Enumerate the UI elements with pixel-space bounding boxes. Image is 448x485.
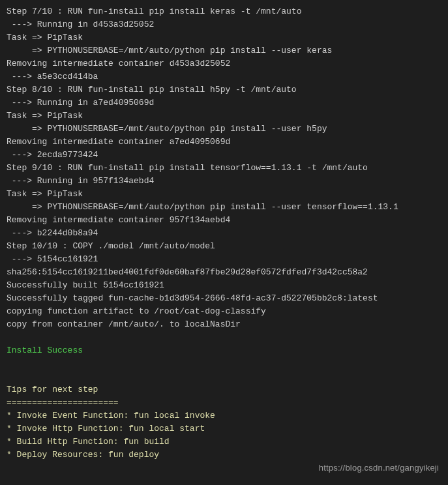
terminal-line: ---> Running in d453a3d25052 — [7, 18, 441, 31]
terminal-line: => PYTHONUSERBASE=/mnt/auto/python pip i… — [7, 44, 441, 57]
terminal-line: sha256:5154cc1619211bed4001fdf0de60baf87… — [7, 266, 441, 279]
terminal-line — [7, 331, 441, 344]
terminal-line: => PYTHONUSERBASE=/mnt/auto/python pip i… — [7, 201, 441, 214]
terminal-line: ====================== — [7, 396, 441, 409]
terminal-line: Install Success — [7, 344, 441, 357]
watermark-text: https://blog.csdn.net/gangyikeji — [319, 462, 439, 475]
terminal-line: ---> b2244d0b8a94 — [7, 227, 441, 240]
terminal-line: Tips for next step — [7, 383, 441, 396]
terminal-line: * Build Http Function: fun build — [7, 435, 441, 448]
terminal-line: ---> a5e3ccd414ba — [7, 70, 441, 83]
terminal-line: * Deploy Resources: fun deploy — [7, 448, 441, 462]
terminal-line: => PYTHONUSERBASE=/mnt/auto/python pip i… — [7, 123, 441, 136]
terminal-line: ---> Running in a7ed4095069d — [7, 96, 441, 110]
terminal-line — [7, 370, 441, 383]
terminal-line — [7, 357, 441, 370]
terminal-line: Task => PipTask — [7, 31, 441, 44]
terminal-line: Step 9/10 : RUN fun-install pip install … — [7, 162, 441, 175]
terminal-line: Task => PipTask — [7, 110, 441, 123]
terminal-line: copying function artifact to /root/cat-d… — [7, 305, 441, 318]
terminal-line: Removing intermediate container 957f134a… — [7, 214, 441, 227]
terminal-line: Removing intermediate container d453a3d2… — [7, 57, 441, 70]
terminal-line: Successfully built 5154cc161921 — [7, 279, 441, 292]
terminal-line: Step 7/10 : RUN fun-install pip install … — [7, 5, 441, 18]
terminal-line: Successfully tagged fun-cache-b1d3d954-2… — [7, 292, 441, 305]
terminal-line: copy from container /mnt/auto/. to local… — [7, 318, 441, 331]
terminal-line: Task => PipTask — [7, 188, 441, 201]
terminal-line: Removing intermediate container a7ed4095… — [7, 136, 441, 149]
terminal-output: Step 7/10 : RUN fun-install pip install … — [7, 5, 441, 462]
terminal-line: * Invoke Http Function: fun local start — [7, 422, 441, 435]
terminal-line: ---> Running in 957f134aebd4 — [7, 175, 441, 188]
terminal-line: Step 10/10 : COPY ./model /mnt/auto/mode… — [7, 240, 441, 253]
terminal-line: ---> 5154cc161921 — [7, 253, 441, 266]
terminal-line: Step 8/10 : RUN fun-install pip install … — [7, 83, 441, 96]
terminal-line: ---> 2ecda9773424 — [7, 149, 441, 162]
terminal-line: * Invoke Event Function: fun local invok… — [7, 409, 441, 422]
